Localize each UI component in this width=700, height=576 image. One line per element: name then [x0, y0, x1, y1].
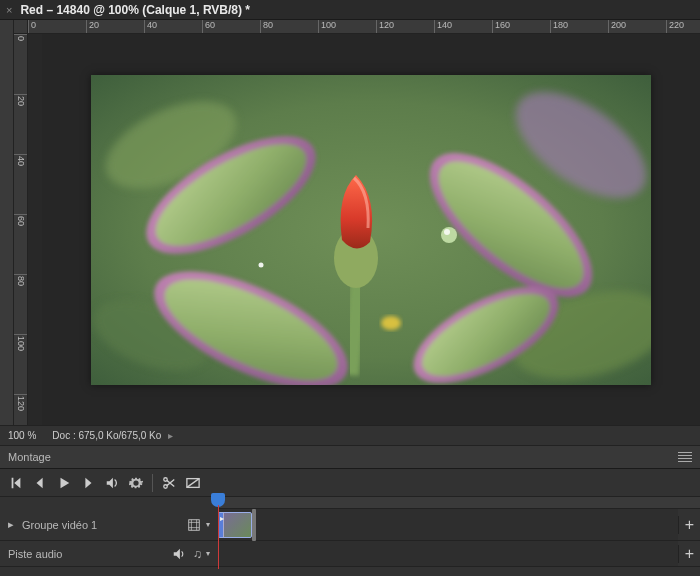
video-track: ▸ Groupe vidéo 1 ▾ ▸ + — [0, 509, 700, 541]
scissors-icon[interactable] — [161, 475, 177, 491]
transition-icon[interactable] — [185, 475, 201, 491]
ruler-tick: 60 — [14, 214, 27, 274]
expand-chevron-icon[interactable]: ▸ — [8, 518, 14, 531]
ruler-tick: 80 — [260, 20, 318, 33]
ruler-tick: 20 — [86, 20, 144, 33]
audio-track: Piste audio ♫ ▾ + — [0, 541, 700, 567]
svg-rect-21 — [189, 519, 200, 530]
audio-track-body[interactable] — [218, 541, 678, 566]
panel-header: Montage — [0, 445, 700, 469]
ruler-tick: 200 — [608, 20, 666, 33]
document-title: Red – 14840 @ 100% (Calque 1, RVB/8) * — [20, 3, 250, 17]
svg-point-17 — [259, 262, 264, 267]
panel-menu-icon[interactable] — [678, 452, 692, 462]
separator — [152, 474, 153, 492]
video-track-label: Groupe vidéo 1 — [22, 519, 178, 531]
music-icon[interactable]: ♫ — [193, 547, 202, 561]
gear-icon[interactable] — [128, 475, 144, 491]
clip-out-handle[interactable] — [252, 509, 256, 541]
ruler-tick: 140 — [434, 20, 492, 33]
doc-menu-chevron-icon[interactable]: ▸ — [168, 430, 173, 441]
film-icon[interactable] — [186, 517, 202, 533]
prev-frame-button[interactable] — [32, 475, 48, 491]
canvas-image[interactable] — [91, 75, 651, 385]
ruler-vertical[interactable]: 020406080100120 — [14, 34, 28, 425]
ruler-tick: 0 — [28, 20, 86, 33]
ruler-tick: 120 — [376, 20, 434, 33]
canvas-viewport[interactable] — [42, 34, 700, 425]
audio-track-header: Piste audio ♫ ▾ — [0, 546, 218, 562]
gutter-left — [0, 20, 14, 425]
ruler-tick: 60 — [202, 20, 260, 33]
time-ruler[interactable] — [218, 497, 700, 509]
play-button[interactable] — [56, 475, 72, 491]
playhead[interactable] — [211, 493, 225, 507]
svg-point-15 — [441, 227, 457, 243]
clip-corner-icon: ▸ — [220, 514, 224, 523]
video-track-body[interactable]: ▸ — [218, 509, 678, 540]
ruler-tick: 100 — [318, 20, 376, 33]
ruler-tick: 40 — [144, 20, 202, 33]
ruler-tick: 180 — [550, 20, 608, 33]
next-frame-button[interactable] — [80, 475, 96, 491]
ruler-tick: 160 — [492, 20, 550, 33]
close-tab-icon[interactable]: × — [6, 4, 12, 16]
doc-size: Doc : 675,0 Ko/675,0 Ko — [52, 430, 161, 441]
workspace: 020406080100120140160180200220240 020406… — [0, 20, 700, 425]
speaker-icon[interactable] — [171, 546, 187, 562]
ruler-tick: 220 — [666, 20, 700, 33]
svg-point-16 — [444, 229, 450, 235]
add-video-button[interactable]: + — [678, 516, 700, 534]
audio-track-label: Piste audio — [8, 548, 163, 560]
ruler-tick: 0 — [14, 34, 27, 94]
chevron-down-icon[interactable]: ▾ — [206, 549, 210, 558]
ruler-tick: 40 — [14, 154, 27, 214]
ruler-tick: 120 — [14, 394, 27, 425]
chevron-down-icon[interactable]: ▾ — [206, 520, 210, 529]
speaker-icon[interactable] — [104, 475, 120, 491]
panel-title[interactable]: Montage — [8, 451, 51, 463]
ruler-corner — [14, 20, 28, 34]
timeline-toolbar — [0, 469, 700, 497]
ruler-tick: 20 — [14, 94, 27, 154]
document-tab-bar: × Red – 14840 @ 100% (Calque 1, RVB/8) * — [0, 0, 700, 20]
ruler-horizontal[interactable]: 020406080100120140160180200220240 — [28, 20, 700, 34]
video-track-header: ▸ Groupe vidéo 1 ▾ — [0, 517, 218, 533]
timeline: ▸ Groupe vidéo 1 ▾ ▸ + Piste audio ♫ ▾ — [0, 497, 700, 567]
video-clip[interactable]: ▸ — [218, 512, 252, 538]
go-start-button[interactable] — [8, 475, 24, 491]
ruler-tick: 80 — [14, 274, 27, 334]
add-audio-button[interactable]: + — [678, 545, 700, 563]
ruler-tick: 100 — [14, 334, 27, 394]
status-bar: 100 % Doc : 675,0 Ko/675,0 Ko ▸ — [0, 425, 700, 445]
zoom-level[interactable]: 100 % — [8, 430, 36, 441]
svg-point-13 — [381, 316, 401, 330]
